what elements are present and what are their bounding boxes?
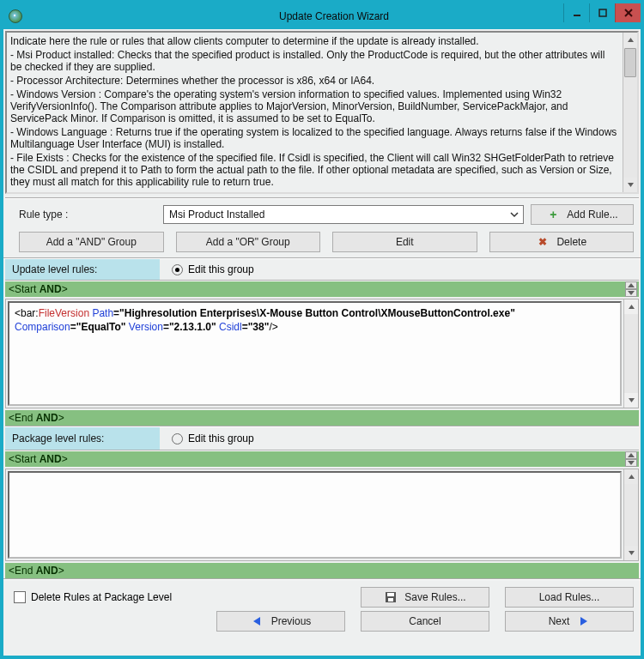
rule-text-area-empty[interactable] [8, 471, 622, 559]
spin-up-icon[interactable] [625, 281, 637, 289]
close-button[interactable] [615, 3, 641, 22]
radio-icon [172, 264, 183, 275]
add-rule-label: Add Rule... [567, 209, 617, 221]
svg-marker-7 [628, 291, 635, 295]
svg-marker-11 [628, 461, 635, 465]
spin-down-icon[interactable] [625, 459, 637, 467]
add-rule-button[interactable]: + Add Rule... [531, 204, 634, 225]
save-rules-button[interactable]: Save Rules... [361, 587, 489, 608]
window-controls [563, 3, 641, 22]
package-level-row: Package level rules: Edit this group [3, 427, 641, 450]
edit-this-group-update[interactable]: Edit this group [160, 263, 254, 275]
package-rule-editor [5, 469, 639, 561]
minimize-button[interactable] [563, 3, 589, 22]
update-level-label: Update level rules: [5, 259, 160, 280]
rule-type-select[interactable]: Msi Product Installed [163, 205, 524, 224]
scroll-track[interactable] [624, 314, 638, 393]
rule-scrollbar[interactable] [623, 299, 638, 408]
scroll-up-icon[interactable] [624, 469, 638, 484]
rule-type-label: Rule type : [19, 209, 156, 221]
maximize-button[interactable] [589, 3, 615, 22]
scroll-down-icon[interactable] [624, 393, 638, 408]
load-rules-button[interactable]: Load Rules... [505, 587, 634, 608]
svg-marker-9 [629, 398, 635, 402]
instructions-text: Indicate here the rule or rules that all… [7, 33, 623, 192]
edit-group-label: Edit this group [188, 263, 254, 275]
globe-icon [9, 9, 22, 23]
previous-button[interactable]: Previous [216, 611, 345, 632]
scroll-down-icon[interactable] [624, 546, 638, 560]
start-and-band-1[interactable]: <Start AND> [5, 281, 639, 297]
instructions-heading: Indicate here the rule or rules that all… [10, 35, 619, 47]
save-icon [384, 591, 398, 603]
scroll-track[interactable] [624, 484, 638, 546]
scroll-up-icon[interactable] [623, 33, 637, 47]
spin-down-icon[interactable] [625, 289, 637, 297]
separator [5, 197, 639, 199]
instructions-panel: Indicate here the rule or rules that all… [5, 31, 639, 194]
footer-row-2: Previous Cancel Next [14, 609, 634, 633]
next-button[interactable]: Next [505, 611, 634, 632]
content-area: Indicate here the rule or rules that all… [3, 29, 641, 656]
delete-button[interactable]: ✖ Delete [489, 232, 635, 252]
titlebar: Update Creation Wizard [3, 3, 641, 29]
delete-at-package-checkbox[interactable]: Delete Rules at Package Level [14, 591, 172, 604]
window-title: Update Creation Wizard [27, 10, 641, 22]
svg-rect-16 [388, 598, 393, 602]
scroll-thumb[interactable] [624, 48, 636, 77]
rule-type-value: Msi Product Installed [169, 209, 264, 221]
arrow-right-icon [576, 616, 590, 626]
band-spinner[interactable] [625, 281, 637, 297]
instructions-line: - File Exists : Checks for the existence… [10, 152, 619, 188]
band-spinner[interactable] [625, 451, 637, 467]
radio-icon [172, 433, 183, 444]
edit-group-label: Edit this group [188, 432, 254, 444]
svg-marker-13 [629, 551, 635, 555]
group-buttons-row: Add a "AND" Group Add a "OR" Group Edit … [3, 228, 641, 257]
svg-marker-18 [580, 617, 587, 626]
add-and-group-button[interactable]: Add a "AND" Group [19, 232, 164, 252]
svg-marker-5 [628, 183, 634, 187]
svg-rect-15 [387, 593, 394, 596]
svg-marker-10 [628, 453, 635, 457]
footer-row-1: Delete Rules at Package Level Save Rules… [14, 585, 634, 609]
window-frame: Update Creation Wizard Indicate here the… [0, 0, 644, 659]
svg-marker-8 [629, 305, 635, 309]
arrow-left-icon [251, 616, 264, 626]
svg-marker-12 [629, 475, 635, 479]
spin-up-icon[interactable] [625, 451, 637, 459]
package-level-label: Package level rules: [5, 427, 160, 450]
scroll-track[interactable] [623, 78, 637, 178]
footer: Delete Rules at Package Level Save Rules… [3, 578, 641, 638]
update-rule-editor: <bar:FileVersion Path="Highresolution En… [5, 299, 639, 408]
cancel-button[interactable]: Cancel [361, 611, 489, 632]
end-and-band-2[interactable]: <End AND> [5, 563, 639, 578]
edit-this-group-package[interactable]: Edit this group [160, 432, 254, 444]
start-and-band-2[interactable]: <Start AND> [5, 451, 639, 467]
instructions-line: - Windows Language : Returns true if the… [10, 126, 619, 150]
plus-icon: + [546, 208, 560, 221]
end-and-band-1[interactable]: <End AND> [5, 410, 639, 426]
rule-text-area[interactable]: <bar:FileVersion Path="Highresolution En… [8, 301, 622, 406]
scroll-down-icon[interactable] [623, 178, 637, 192]
chevron-down-icon [509, 209, 519, 222]
instructions-line: - Processor Architecture: Determines whe… [10, 75, 619, 87]
update-level-row: Update level rules: Edit this group [3, 257, 641, 280]
instructions-scrollbar[interactable] [623, 33, 637, 192]
rule-scrollbar[interactable] [623, 469, 638, 560]
instructions-line: - Windows Version : Compare's the operat… [10, 88, 619, 124]
scroll-up-icon[interactable] [624, 299, 638, 314]
add-or-group-button[interactable]: Add a "OR" Group [176, 232, 321, 252]
rule-type-row: Rule type : Msi Product Installed + Add … [3, 201, 641, 228]
delete-icon: ✖ [536, 236, 550, 248]
svg-rect-1 [599, 9, 606, 16]
checkbox-icon [14, 591, 26, 603]
svg-marker-4 [628, 38, 634, 42]
svg-marker-6 [628, 283, 635, 287]
edit-button[interactable]: Edit [332, 232, 477, 252]
instructions-line: - Msi Product installed: Checks that the… [10, 49, 619, 73]
svg-marker-17 [253, 617, 260, 626]
